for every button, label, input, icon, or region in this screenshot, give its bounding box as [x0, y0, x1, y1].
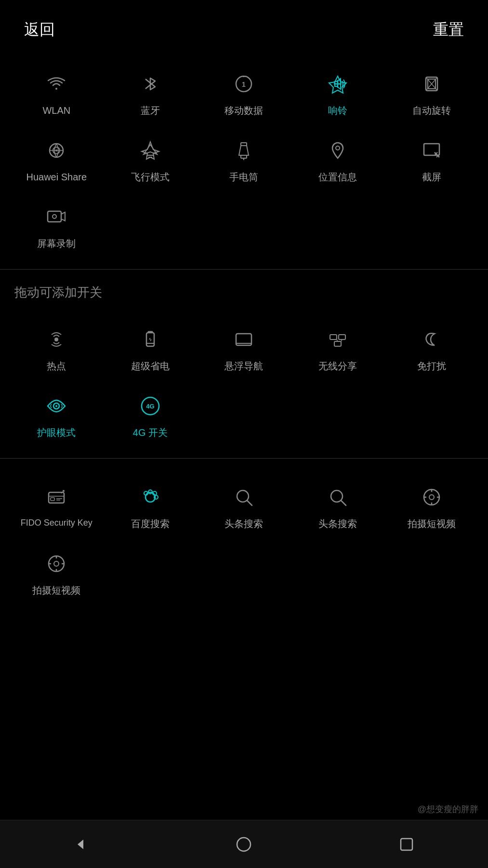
wlan-toggle[interactable]: WLAN: [10, 60, 104, 122]
screen-record-toggle[interactable]: 屏幕录制: [10, 193, 104, 255]
ring-icon: [322, 68, 353, 99]
divider-2: [0, 458, 488, 459]
airplane-mode-toggle[interactable]: 飞行模式: [104, 126, 198, 188]
wlan-label: WLAN: [42, 104, 70, 117]
svg-rect-72: [401, 839, 412, 850]
4g-switch-icon: 4G: [135, 391, 166, 421]
svg-point-59: [429, 495, 434, 500]
toutiao-search1-item[interactable]: 头条搜索: [197, 473, 291, 535]
flashlight-icon: [228, 135, 259, 166]
hotspot-item[interactable]: 热点: [10, 315, 104, 377]
short-video2-item[interactable]: 拍摄短视频: [10, 540, 104, 601]
short-video1-label: 拍摄短视频: [408, 517, 456, 530]
wireless-share-item[interactable]: 无线分享: [291, 315, 385, 377]
svg-rect-20: [424, 144, 439, 155]
divider-1: [0, 269, 488, 270]
svg-marker-70: [78, 840, 83, 849]
svg-rect-24: [48, 211, 61, 222]
hotspot-icon: [41, 324, 72, 355]
watermark: @想变瘦的胖胖: [418, 803, 478, 815]
home-nav-button[interactable]: [229, 830, 258, 859]
airplane-label: 飞行模式: [131, 171, 170, 183]
super-save-item[interactable]: 超级省电: [104, 315, 198, 377]
fido-icon: [41, 482, 72, 513]
svg-line-55: [247, 501, 252, 505]
baidu-label: 百度搜索: [131, 517, 170, 530]
no-disturb-icon: [416, 324, 447, 355]
svg-line-57: [341, 501, 346, 505]
location-label: 位置信息: [318, 171, 357, 183]
toutiao-search2-icon: [322, 482, 353, 513]
svg-text:1: 1: [242, 81, 246, 88]
baidu-item[interactable]: 百度搜索: [104, 473, 198, 535]
hotspot-label: 热点: [47, 360, 66, 372]
bottom-navigation: [0, 820, 488, 868]
svg-rect-17: [241, 155, 247, 158]
svg-point-19: [336, 146, 340, 150]
4g-switch-item[interactable]: 4G 4G 开关: [104, 382, 198, 444]
airplane-icon: [135, 135, 166, 166]
short-video2-label: 拍摄短视频: [32, 584, 80, 597]
screenshot-icon: [416, 135, 447, 166]
svg-point-71: [237, 838, 251, 851]
auto-rotate-label: 自动旋转: [412, 104, 451, 117]
svg-rect-46: [51, 498, 54, 501]
ring-toggle[interactable]: 响铃: [291, 60, 385, 122]
toutiao-search1-label: 头条搜索: [224, 517, 263, 530]
wlan-icon: [41, 68, 72, 99]
back-nav-button[interactable]: [67, 830, 96, 859]
float-nav-label: 悬浮导航: [224, 360, 263, 372]
mobile-data-toggle[interactable]: 1 移动数据: [197, 60, 291, 122]
huawei-share-toggle[interactable]: Huawei Share: [10, 126, 104, 188]
screenshot-toggle[interactable]: 截屏: [384, 126, 478, 188]
svg-point-27: [54, 338, 58, 341]
baidu-icon: [135, 482, 166, 513]
fido-label: FIDO Security Key: [21, 517, 92, 529]
huawei-share-label: Huawei Share: [26, 171, 87, 183]
float-nav-item[interactable]: 悬浮导航: [197, 315, 291, 377]
auto-rotate-toggle[interactable]: 自动旋转: [384, 60, 478, 122]
svg-rect-36: [339, 335, 345, 339]
super-save-label: 超级省电: [131, 360, 170, 372]
toutiao-search1-icon: [228, 482, 259, 513]
bluetooth-label: 蓝牙: [141, 104, 160, 117]
fido-item[interactable]: FIDO Security Key: [10, 473, 104, 535]
location-toggle[interactable]: 位置信息: [291, 126, 385, 188]
wireless-share-label: 无线分享: [318, 360, 357, 372]
reset-button[interactable]: 重置: [433, 19, 464, 41]
svg-text:4G: 4G: [146, 403, 154, 410]
toutiao-search2-label: 头条搜索: [318, 517, 357, 530]
super-save-icon: [135, 324, 166, 355]
screenshot-label: 截屏: [422, 171, 441, 183]
draggable-section-title: 拖动可添加开关: [0, 274, 488, 306]
recent-nav-button[interactable]: [392, 830, 421, 859]
mobile-data-label: 移动数据: [224, 104, 263, 117]
no-disturb-label: 免打扰: [417, 360, 446, 372]
bluetooth-toggle[interactable]: 蓝牙: [104, 60, 198, 122]
flashlight-toggle[interactable]: 手电筒: [197, 126, 291, 188]
4g-switch-label: 4G 开关: [133, 426, 168, 439]
short-video1-item[interactable]: 拍摄短视频: [384, 473, 478, 535]
active-switches-section: WLAN 蓝牙 1 移动数据: [0, 50, 488, 264]
svg-rect-37: [334, 341, 341, 346]
location-icon: [322, 135, 353, 166]
apps-grid: FIDO Security Key 百度搜索: [10, 473, 478, 601]
svg-rect-35: [330, 335, 337, 339]
svg-point-65: [54, 561, 59, 566]
draggable-grid: 热点 超级省电: [10, 315, 478, 444]
short-video1-icon: [416, 482, 447, 513]
ring-label: 响铃: [328, 104, 347, 117]
header: 返回 重置: [0, 0, 488, 50]
back-button[interactable]: 返回: [24, 19, 55, 41]
draggable-section: 热点 超级省电: [0, 306, 488, 453]
auto-rotate-icon: [416, 68, 447, 99]
no-disturb-item[interactable]: 免打扰: [384, 315, 478, 377]
eye-protection-icon: [41, 391, 72, 421]
apps-section: FIDO Security Key 百度搜索: [0, 463, 488, 611]
bluetooth-icon: [135, 68, 166, 99]
wireless-share-icon: [322, 324, 353, 355]
eye-protection-item[interactable]: 护眼模式: [10, 382, 104, 444]
mobile-data-icon: 1: [228, 68, 259, 99]
active-grid: WLAN 蓝牙 1 移动数据: [10, 60, 478, 255]
toutiao-search2-item[interactable]: 头条搜索: [291, 473, 385, 535]
